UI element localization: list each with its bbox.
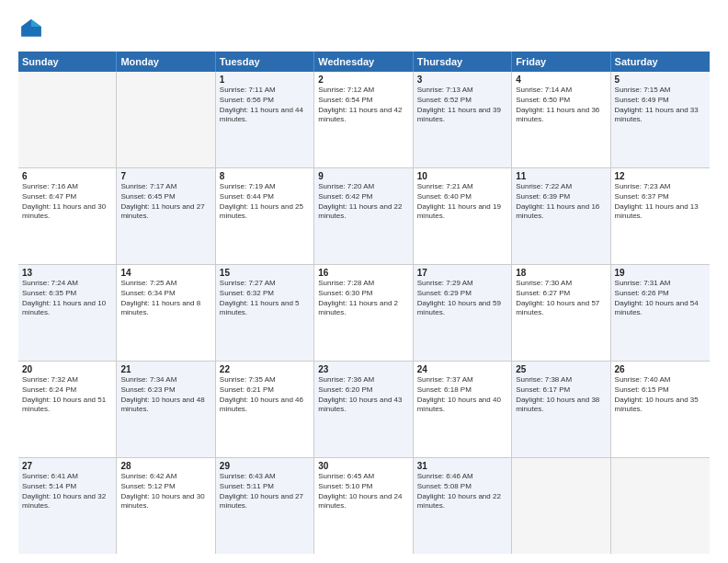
calendar-cell-24: 24Sunrise: 7:37 AM Sunset: 6:18 PM Dayli… — [414, 362, 512, 457]
header-day-wednesday: Wednesday — [314, 52, 413, 72]
cell-info: Sunrise: 7:35 AM Sunset: 6:21 PM Dayligh… — [220, 375, 310, 415]
day-number: 5 — [615, 75, 706, 85]
day-number: 15 — [220, 268, 310, 278]
cell-info: Sunrise: 7:19 AM Sunset: 6:44 PM Dayligh… — [220, 182, 310, 222]
calendar-cell-27: 27Sunrise: 6:41 AM Sunset: 5:14 PM Dayli… — [18, 458, 117, 554]
calendar-cell-7: 7Sunrise: 7:17 AM Sunset: 6:45 PM Daylig… — [117, 168, 215, 264]
cell-info: Sunrise: 7:37 AM Sunset: 6:18 PM Dayligh… — [417, 375, 507, 415]
calendar-cell-empty-0-0 — [18, 72, 117, 167]
header-day-thursday: Thursday — [414, 52, 512, 72]
calendar-cell-14: 14Sunrise: 7:25 AM Sunset: 6:34 PM Dayli… — [117, 265, 215, 361]
calendar-header: SundayMondayTuesdayWednesdayThursdayFrid… — [18, 52, 710, 72]
calendar-cell-25: 25Sunrise: 7:38 AM Sunset: 6:17 PM Dayli… — [512, 362, 610, 457]
calendar-cell-18: 18Sunrise: 7:30 AM Sunset: 6:27 PM Dayli… — [512, 265, 610, 361]
calendar-cell-3: 3Sunrise: 7:13 AM Sunset: 6:52 PM Daylig… — [414, 72, 512, 167]
calendar-cell-31: 31Sunrise: 6:46 AM Sunset: 5:08 PM Dayli… — [414, 458, 512, 554]
day-number: 20 — [22, 364, 112, 374]
calendar-cell-28: 28Sunrise: 6:42 AM Sunset: 5:12 PM Dayli… — [117, 458, 215, 554]
cell-info: Sunrise: 7:20 AM Sunset: 6:42 PM Dayligh… — [318, 182, 408, 222]
day-number: 9 — [318, 171, 408, 181]
cell-info: Sunrise: 7:31 AM Sunset: 6:26 PM Dayligh… — [615, 279, 706, 318]
day-number: 7 — [120, 171, 210, 181]
logo-icon — [18, 17, 44, 42]
cell-info: Sunrise: 7:36 AM Sunset: 6:20 PM Dayligh… — [318, 375, 408, 415]
calendar: SundayMondayTuesdayWednesdayThursdayFrid… — [18, 52, 710, 554]
calendar-cell-29: 29Sunrise: 6:43 AM Sunset: 5:11 PM Dayli… — [216, 458, 314, 554]
day-number: 27 — [22, 461, 112, 471]
calendar-cell-19: 19Sunrise: 7:31 AM Sunset: 6:26 PM Dayli… — [611, 265, 710, 361]
day-number: 14 — [120, 268, 210, 278]
calendar-row-0: 1Sunrise: 7:11 AM Sunset: 6:56 PM Daylig… — [18, 72, 710, 168]
calendar-cell-30: 30Sunrise: 6:45 AM Sunset: 5:10 PM Dayli… — [314, 458, 413, 554]
svg-marker-1 — [31, 19, 41, 27]
day-number: 22 — [220, 364, 310, 374]
cell-info: Sunrise: 7:13 AM Sunset: 6:52 PM Dayligh… — [417, 86, 507, 125]
cell-info: Sunrise: 7:24 AM Sunset: 6:35 PM Dayligh… — [22, 279, 112, 318]
day-number: 6 — [22, 171, 112, 181]
calendar-cell-5: 5Sunrise: 7:15 AM Sunset: 6:49 PM Daylig… — [611, 72, 710, 167]
cell-info: Sunrise: 7:27 AM Sunset: 6:32 PM Dayligh… — [220, 279, 310, 318]
day-number: 30 — [318, 461, 408, 471]
calendar-cell-9: 9Sunrise: 7:20 AM Sunset: 6:42 PM Daylig… — [314, 168, 413, 264]
calendar-body: 1Sunrise: 7:11 AM Sunset: 6:56 PM Daylig… — [18, 72, 710, 554]
calendar-cell-4: 4Sunrise: 7:14 AM Sunset: 6:50 PM Daylig… — [512, 72, 610, 167]
day-number: 23 — [318, 364, 408, 374]
header-day-monday: Monday — [117, 52, 215, 72]
cell-info: Sunrise: 7:25 AM Sunset: 6:34 PM Dayligh… — [120, 279, 210, 318]
day-number: 24 — [417, 364, 507, 374]
cell-info: Sunrise: 7:23 AM Sunset: 6:37 PM Dayligh… — [615, 182, 706, 222]
calendar-cell-8: 8Sunrise: 7:19 AM Sunset: 6:44 PM Daylig… — [216, 168, 314, 264]
day-number: 29 — [220, 461, 310, 471]
calendar-cell-17: 17Sunrise: 7:29 AM Sunset: 6:29 PM Dayli… — [414, 265, 512, 361]
header-day-friday: Friday — [512, 52, 610, 72]
header — [18, 17, 710, 42]
cell-info: Sunrise: 6:46 AM Sunset: 5:08 PM Dayligh… — [417, 472, 507, 511]
cell-info: Sunrise: 6:42 AM Sunset: 5:12 PM Dayligh… — [120, 472, 210, 511]
day-number: 11 — [516, 171, 606, 181]
cell-info: Sunrise: 7:40 AM Sunset: 6:15 PM Dayligh… — [615, 375, 706, 415]
calendar-cell-15: 15Sunrise: 7:27 AM Sunset: 6:32 PM Dayli… — [216, 265, 314, 361]
calendar-cell-10: 10Sunrise: 7:21 AM Sunset: 6:40 PM Dayli… — [414, 168, 512, 264]
day-number: 19 — [615, 268, 706, 278]
day-number: 3 — [417, 75, 507, 85]
calendar-cell-12: 12Sunrise: 7:23 AM Sunset: 6:37 PM Dayli… — [611, 168, 710, 264]
page: SundayMondayTuesdayWednesdayThursdayFrid… — [0, 0, 728, 563]
calendar-row-4: 27Sunrise: 6:41 AM Sunset: 5:14 PM Dayli… — [18, 458, 710, 554]
calendar-cell-23: 23Sunrise: 7:36 AM Sunset: 6:20 PM Dayli… — [314, 362, 413, 457]
calendar-cell-2: 2Sunrise: 7:12 AM Sunset: 6:54 PM Daylig… — [314, 72, 413, 167]
cell-info: Sunrise: 7:11 AM Sunset: 6:56 PM Dayligh… — [220, 86, 310, 125]
calendar-cell-1: 1Sunrise: 7:11 AM Sunset: 6:56 PM Daylig… — [216, 72, 314, 167]
header-day-saturday: Saturday — [611, 52, 710, 72]
cell-info: Sunrise: 7:16 AM Sunset: 6:47 PM Dayligh… — [22, 182, 112, 222]
cell-info: Sunrise: 7:34 AM Sunset: 6:23 PM Dayligh… — [120, 375, 210, 415]
day-number: 16 — [318, 268, 408, 278]
day-number: 17 — [417, 268, 507, 278]
calendar-cell-21: 21Sunrise: 7:34 AM Sunset: 6:23 PM Dayli… — [117, 362, 215, 457]
day-number: 18 — [516, 268, 606, 278]
calendar-cell-empty-4-6 — [611, 458, 710, 554]
calendar-cell-empty-4-5 — [512, 458, 610, 554]
header-day-sunday: Sunday — [18, 52, 117, 72]
cell-info: Sunrise: 6:45 AM Sunset: 5:10 PM Dayligh… — [318, 472, 408, 511]
calendar-cell-6: 6Sunrise: 7:16 AM Sunset: 6:47 PM Daylig… — [18, 168, 117, 264]
calendar-cell-20: 20Sunrise: 7:32 AM Sunset: 6:24 PM Dayli… — [18, 362, 117, 457]
cell-info: Sunrise: 7:14 AM Sunset: 6:50 PM Dayligh… — [516, 86, 606, 125]
day-number: 28 — [120, 461, 210, 471]
day-number: 10 — [417, 171, 507, 181]
calendar-cell-13: 13Sunrise: 7:24 AM Sunset: 6:35 PM Dayli… — [18, 265, 117, 361]
cell-info: Sunrise: 7:28 AM Sunset: 6:30 PM Dayligh… — [318, 279, 408, 318]
day-number: 25 — [516, 364, 606, 374]
cell-info: Sunrise: 7:17 AM Sunset: 6:45 PM Dayligh… — [120, 182, 210, 222]
cell-info: Sunrise: 6:43 AM Sunset: 5:11 PM Dayligh… — [220, 472, 310, 511]
day-number: 12 — [615, 171, 706, 181]
cell-info: Sunrise: 7:29 AM Sunset: 6:29 PM Dayligh… — [417, 279, 507, 318]
calendar-row-1: 6Sunrise: 7:16 AM Sunset: 6:47 PM Daylig… — [18, 168, 710, 265]
day-number: 31 — [417, 461, 507, 471]
day-number: 21 — [120, 364, 210, 374]
cell-info: Sunrise: 7:15 AM Sunset: 6:49 PM Dayligh… — [615, 86, 706, 125]
cell-info: Sunrise: 7:21 AM Sunset: 6:40 PM Dayligh… — [417, 182, 507, 222]
day-number: 1 — [220, 75, 310, 85]
cell-info: Sunrise: 7:38 AM Sunset: 6:17 PM Dayligh… — [516, 375, 606, 415]
calendar-row-3: 20Sunrise: 7:32 AM Sunset: 6:24 PM Dayli… — [18, 362, 710, 458]
logo — [18, 17, 48, 42]
